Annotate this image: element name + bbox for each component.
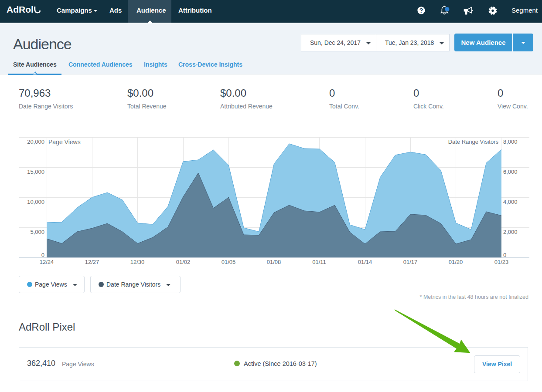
svg-text:AdRol: AdRol [7, 4, 34, 14]
svg-text:?: ? [419, 7, 423, 14]
